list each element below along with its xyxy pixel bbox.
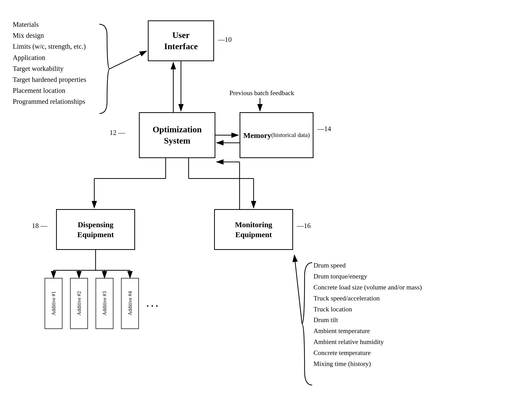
label-18: 18 —: [32, 222, 47, 230]
additive-3: Additive #3: [96, 278, 113, 329]
input-item-hardened: Target hardened properties: [13, 74, 86, 85]
input-item-limits: Limits (w/c, strength, etc.): [13, 41, 86, 52]
mon-drum-tilt: Drum tilt: [313, 315, 422, 326]
dispensing-box: DispensingEquipment: [56, 209, 135, 250]
mon-drum-speed: Drum speed: [313, 260, 422, 271]
mon-concrete-load: Concrete load size (volume and/or mass): [313, 282, 422, 293]
mon-ambient-humidity: Ambient relative humidity: [313, 337, 422, 348]
input-item-placement: Placement location: [13, 85, 86, 96]
svg-line-2: [110, 51, 147, 69]
input-item-application: Application: [13, 52, 86, 63]
mon-truck-location: Truck location: [313, 304, 422, 315]
label-14: —14: [317, 125, 331, 133]
svg-line-22: [294, 255, 302, 324]
additive-dots: . . .: [147, 298, 158, 309]
optimization-box: OptimizationSystem: [139, 112, 215, 158]
label-10: —10: [218, 36, 232, 44]
input-item-workability: Target workability: [13, 63, 86, 74]
label-12: 12 —: [110, 129, 125, 137]
mon-mixing-time: Mixing time (history): [313, 359, 422, 370]
mon-ambient-temp: Ambient temperature: [313, 326, 422, 337]
memory-box: Memory(historical data): [240, 112, 313, 158]
additive-2: Additive #2: [70, 278, 88, 329]
input-item-materials: Materials: [13, 19, 86, 30]
monitoring-box: MonitoringEquipment: [214, 209, 293, 250]
input-list: Materials Mix design Limits (w/c, streng…: [13, 19, 86, 107]
input-item-mixdesign: Mix design: [13, 30, 86, 41]
input-item-programmed: Programmed relationships: [13, 96, 86, 107]
mon-truck-speed: Truck speed/acceleration: [313, 293, 422, 304]
mon-concrete-temp: Concrete temperature: [313, 348, 422, 359]
label-16: —16: [297, 222, 311, 230]
user-interface-box: UserInterface: [148, 20, 214, 61]
additive-4: Additive #4: [121, 278, 139, 329]
additive-1: Additive #1: [45, 278, 62, 329]
mon-drum-torque: Drum torque/energy: [313, 271, 422, 282]
monitoring-list: Drum speed Drum torque/energy Concrete l…: [313, 260, 422, 370]
previous-batch-label: Previous batch feedback: [229, 89, 294, 97]
